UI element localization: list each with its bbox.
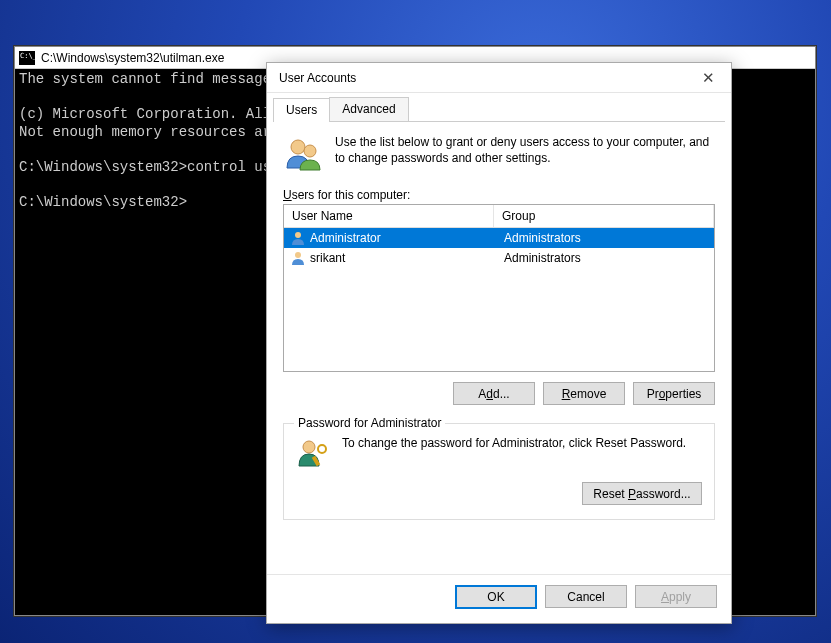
dialog-title: User Accounts [279,71,694,85]
intro-text: Use the list below to grant or deny user… [335,134,715,166]
dialog-button-row: OK Cancel Apply [267,574,731,623]
user-accounts-dialog: User Accounts ✕ Users Advanced Use the l… [266,62,732,624]
list-button-row: Add... Remove Properties [283,382,715,405]
cancel-button[interactable]: Cancel [545,585,627,608]
user-name: Administrator [310,231,381,245]
intro-row: Use the list below to grant or deny user… [283,134,715,174]
list-label: Users for this computer: [283,188,715,202]
tab-strip: Users Advanced [267,93,731,121]
svg-point-2 [295,232,301,238]
tab-panel-users: Use the list below to grant or deny user… [273,121,725,574]
user-name: srikant [310,251,345,265]
dialog-titlebar[interactable]: User Accounts ✕ [267,63,731,93]
groupbox-text: To change the password for Administrator… [342,436,702,450]
groupbox-title: Password for Administrator [294,416,445,430]
reset-password-button[interactable]: Reset Password... [582,482,702,505]
svg-point-3 [295,252,301,258]
tab-users[interactable]: Users [273,98,330,122]
list-item[interactable]: Administrator Administrators [284,228,714,248]
users-listview[interactable]: User Name Group Administrator Administra… [283,204,715,372]
svg-point-1 [304,145,316,157]
ok-button[interactable]: OK [455,585,537,609]
close-icon[interactable]: ✕ [694,65,723,91]
col-header-group[interactable]: Group [494,205,714,227]
remove-button[interactable]: Remove [543,382,625,405]
password-groupbox: Password for Administrator To change the… [283,423,715,520]
listview-header: User Name Group [284,205,714,228]
user-icon [290,250,306,266]
svg-point-4 [303,441,315,453]
cmd-icon [19,51,35,65]
svg-point-0 [291,140,305,154]
svg-point-6 [318,445,326,453]
list-item[interactable]: srikant Administrators [284,248,714,268]
col-header-user[interactable]: User Name [284,205,494,227]
key-user-icon [296,436,330,470]
apply-button[interactable]: Apply [635,585,717,608]
user-group: Administrators [496,251,712,265]
properties-button[interactable]: Properties [633,382,715,405]
users-icon [283,134,323,174]
add-button[interactable]: Add... [453,382,535,405]
cmd-title: C:\Windows\system32\utilman.exe [41,51,224,65]
user-icon [290,230,306,246]
user-group: Administrators [496,231,712,245]
tab-advanced[interactable]: Advanced [329,97,408,121]
